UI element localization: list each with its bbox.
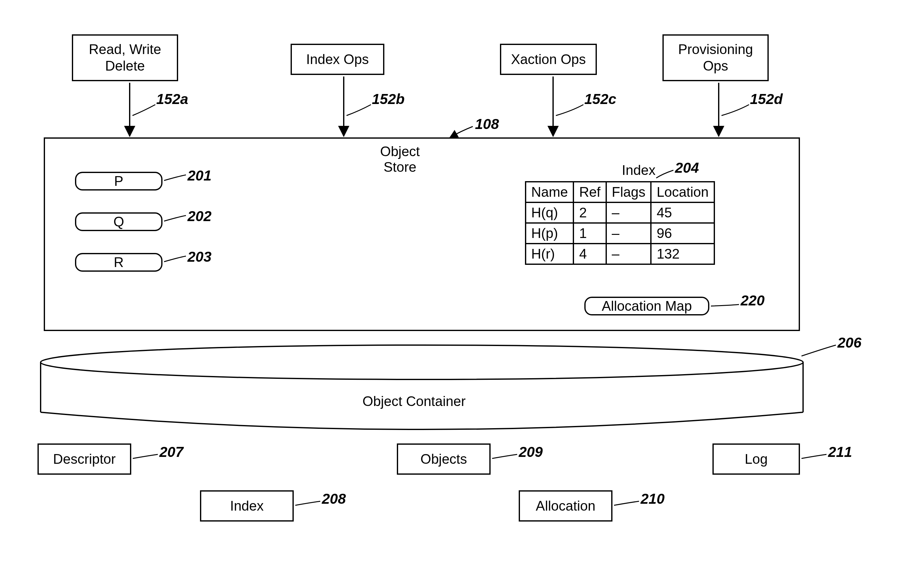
leader-209: [492, 455, 517, 458]
ref-209: 209: [519, 443, 543, 460]
allocation-map: Allocation Map: [584, 297, 709, 316]
cell-flags: –: [606, 202, 651, 223]
ref-202: 202: [187, 208, 211, 224]
part-objects-label: Objects: [420, 451, 467, 468]
part-log: Log: [713, 443, 800, 475]
ref-203: 203: [187, 248, 211, 265]
index-title: Index: [622, 162, 655, 178]
object-q: Q: [75, 213, 162, 231]
cell-flags: –: [606, 244, 651, 264]
object-p: P: [75, 172, 162, 190]
ops-index: Index Ops: [291, 44, 384, 75]
part-allocation: Allocation: [519, 490, 613, 522]
leader-152a: [133, 105, 155, 116]
ref-206: 206: [837, 334, 862, 351]
part-objects: Objects: [397, 443, 491, 475]
ref-207: 207: [159, 443, 183, 460]
col-name: Name: [526, 182, 573, 202]
ops-a-line2: Delete: [89, 58, 161, 74]
leader-152d: [721, 105, 749, 116]
cell-name: H(q): [526, 202, 573, 223]
ops-d-line2: Ops: [678, 58, 753, 74]
ref-152d: 152d: [750, 91, 783, 108]
leader-206: [801, 345, 836, 356]
cell-ref: 2: [573, 202, 606, 223]
diagram-canvas: Read, Write Delete 152a Index Ops 152b X…: [0, 0, 924, 579]
object-container-disk: [41, 345, 803, 429]
object-container-label: Object Container: [362, 394, 465, 409]
svg-point-0: [41, 345, 803, 379]
leader-207: [133, 455, 158, 458]
cell-ref: 4: [573, 244, 606, 264]
part-allocation-label: Allocation: [536, 498, 596, 514]
ref-211: 211: [828, 443, 852, 460]
col-ref: Ref: [573, 182, 606, 202]
ref-108: 108: [475, 116, 499, 132]
ref-201: 201: [187, 167, 211, 184]
ops-read-write-delete: Read, Write Delete: [72, 34, 178, 81]
ops-d-line1: Provisioning: [678, 41, 753, 58]
object-r: R: [75, 253, 162, 272]
col-flags: Flags: [606, 182, 651, 202]
part-log-label: Log: [745, 451, 767, 468]
table-row: H(p) 1 – 96: [526, 223, 714, 244]
part-descriptor: Descriptor: [38, 443, 131, 475]
table-row: H(q) 2 – 45: [526, 202, 714, 223]
leader-108: [450, 126, 473, 137]
ref-152b: 152b: [372, 91, 405, 108]
leader-210: [614, 501, 639, 505]
part-index-label: Index: [230, 498, 264, 514]
cell-flags: –: [606, 223, 651, 244]
ref-152a: 152a: [156, 91, 188, 108]
ops-provisioning: Provisioning Ops: [662, 34, 769, 81]
object-q-label: Q: [113, 214, 124, 229]
ref-220: 220: [741, 292, 765, 309]
leader-152c: [556, 105, 583, 116]
leader-211: [801, 455, 827, 458]
object-store-title: Object Store: [369, 144, 431, 175]
ref-204: 204: [675, 159, 699, 176]
store-title-1: Object: [369, 144, 431, 159]
store-title-2: Store: [369, 159, 431, 175]
cell-location: 132: [651, 244, 714, 264]
part-descriptor-label: Descriptor: [53, 451, 116, 468]
cell-location: 45: [651, 202, 714, 223]
ref-152c: 152c: [584, 91, 616, 108]
ref-208: 208: [322, 490, 346, 507]
leader-208: [295, 501, 320, 505]
ops-xaction: Xaction Ops: [500, 44, 597, 75]
object-r-label: R: [114, 255, 124, 270]
leader-152b: [347, 105, 371, 116]
ops-c-label: Xaction Ops: [511, 51, 586, 68]
part-index: Index: [200, 490, 294, 522]
col-location: Location: [651, 182, 714, 202]
ops-a-line1: Read, Write: [89, 41, 161, 58]
cell-ref: 1: [573, 223, 606, 244]
cell-name: H(p): [526, 223, 573, 244]
object-p-label: P: [114, 173, 123, 189]
table-row: H(r) 4 – 132: [526, 244, 714, 264]
cell-name: H(r): [526, 244, 573, 264]
allocation-map-label: Allocation Map: [602, 298, 692, 314]
cell-location: 96: [651, 223, 714, 244]
index-table: Name Ref Flags Location H(q) 2 – 45 H(p)…: [525, 181, 715, 265]
ops-b-label: Index Ops: [306, 51, 369, 68]
ref-210: 210: [641, 490, 665, 507]
table-header-row: Name Ref Flags Location: [526, 182, 714, 202]
